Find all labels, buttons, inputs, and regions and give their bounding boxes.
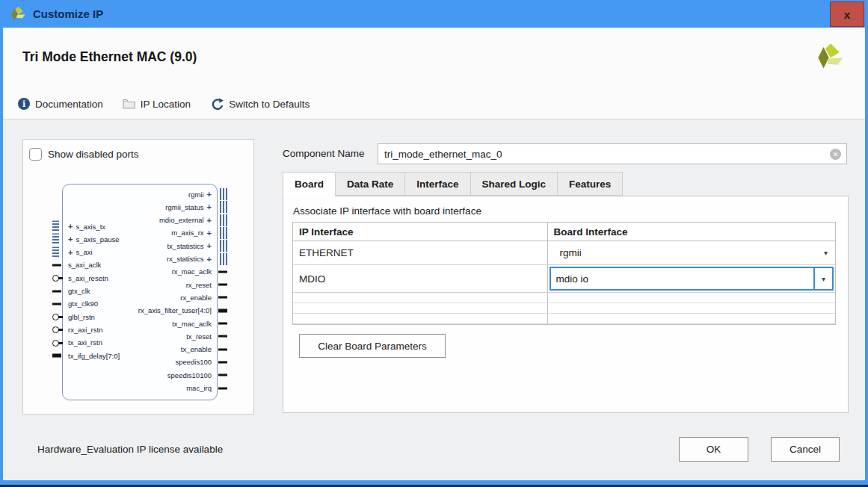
port-s_axis_tx[interactable]: +s_axis_tx	[63, 221, 105, 232]
combobox-arrow-button[interactable]: ▾	[813, 267, 834, 291]
port-label: gtx_clk	[68, 287, 90, 295]
expand-plus-icon[interactable]: +	[68, 223, 73, 230]
port-rx_axi_rstn: rx_axi_rstn	[63, 324, 102, 335]
port-rx_enable: rx_enable	[180, 292, 217, 303]
tab-features[interactable]: Features	[558, 172, 623, 196]
port-gtx_clk90: gtx_clk90	[63, 298, 98, 309]
bus-interface-pin-icon	[52, 234, 59, 245]
active-low-pin-icon	[52, 326, 63, 332]
expand-plus-icon[interactable]: +	[207, 217, 212, 224]
pin-icon	[52, 290, 61, 292]
port-s_axi_resetn: s_axi_resetn	[63, 273, 108, 284]
pin-icon	[218, 348, 227, 350]
port-rx_reset: rx_reset	[186, 279, 217, 291]
port-s_axi[interactable]: +s_axi	[63, 246, 93, 258]
pin-icon	[218, 335, 227, 338]
ip-location-label: IP Location	[141, 99, 191, 110]
customize-ip-dialog: Customize IP x Tri Mode Ethernet MAC (9.…	[0, 0, 868, 487]
port-tx_statistics[interactable]: tx_statistics+	[167, 241, 217, 252]
port-label: rgmii_status	[165, 203, 203, 211]
ip-block-diagram: +s_axis_tx+s_axis_pause+s_axis_axi_aclks…	[62, 184, 218, 400]
bus-interface-pin-icon	[220, 188, 227, 200]
window-title: Customize IP	[33, 7, 103, 20]
port-mac_irq: mac_irq	[186, 382, 217, 394]
empty-cell	[293, 303, 548, 313]
documentation-label: Documentation	[35, 99, 103, 110]
pin-icon	[218, 374, 227, 376]
empty-cell	[293, 314, 548, 323]
clear-board-parameters-button[interactable]: Clear Board Parameters	[299, 334, 446, 358]
combobox-value: mdio io	[550, 267, 813, 291]
active-low-pin-icon	[52, 340, 63, 346]
close-button[interactable]: x	[830, 1, 864, 27]
table-row: MDIOmdio io▾	[293, 265, 835, 293]
chevron-down-icon: ▾	[824, 249, 828, 257]
bus-pin-icon	[52, 354, 61, 358]
clear-input-icon[interactable]: ✕	[830, 149, 841, 160]
bus-interface-pin-icon	[220, 253, 227, 265]
port-label: tx_statistics	[167, 242, 203, 250]
port-label: speedis100	[175, 358, 212, 366]
port-label: mac_irq	[186, 384, 212, 392]
board-interface-combobox[interactable]: mdio io▾	[550, 267, 834, 291]
bus-interface-pin-icon	[52, 246, 59, 258]
port-label: tx_axi_rstn	[68, 338, 102, 347]
pin-icon	[218, 323, 227, 325]
show-disabled-ports-checkbox[interactable]	[29, 148, 42, 161]
bus-interface-pin-icon	[220, 201, 227, 213]
license-status-text: Hardware_Evaluation IP license available	[37, 444, 223, 455]
port-speedis10100: speedis10100	[167, 370, 217, 381]
tab-data-rate[interactable]: Data Rate	[336, 172, 405, 196]
bus-interface-pin-icon	[220, 240, 227, 252]
port-tx_reset: tx_reset	[186, 331, 217, 342]
port-s_axis_pause[interactable]: +s_axis_pause	[63, 234, 120, 245]
bus-interface-pin-icon	[52, 221, 59, 232]
port-rgmii_status[interactable]: rgmii_status+	[165, 202, 217, 213]
info-icon: i	[18, 98, 30, 110]
pin-icon	[218, 284, 227, 286]
expand-plus-icon[interactable]: +	[207, 203, 212, 211]
active-low-pin-icon	[52, 314, 63, 320]
port-mdio_external[interactable]: mdio_external+	[159, 214, 217, 226]
ip-location-button[interactable]: IP Location	[123, 99, 191, 110]
switch-to-defaults-button[interactable]: Switch to Defaults	[210, 98, 310, 110]
port-label: tx_mac_aclk	[172, 320, 212, 328]
title-bar: Customize IP x	[0, 0, 868, 28]
tab-shared-logic[interactable]: Shared Logic	[471, 172, 558, 196]
folder-icon	[123, 99, 135, 109]
empty-cell	[548, 303, 835, 313]
port-tx_mac_aclk: tx_mac_aclk	[172, 318, 217, 329]
expand-plus-icon[interactable]: +	[207, 190, 212, 198]
tab-interface[interactable]: Interface	[405, 172, 470, 196]
pin-icon	[52, 264, 61, 266]
expand-plus-icon[interactable]: +	[207, 229, 212, 237]
expand-plus-icon[interactable]: +	[68, 249, 73, 256]
port-s_axi_aclk: s_axi_aclk	[63, 259, 101, 270]
show-disabled-ports-row: Show disabled ports	[29, 148, 139, 161]
component-name-input[interactable]	[378, 143, 847, 164]
board-interface-combo-cell: mdio io▾	[548, 265, 835, 292]
board-interface-dropdown[interactable]: rgmii▾	[548, 241, 835, 264]
expand-plus-icon[interactable]: +	[68, 235, 73, 243]
port-rx_statistics[interactable]: rx_statistics+	[167, 253, 217, 264]
pin-icon	[218, 361, 227, 363]
cancel-button[interactable]: Cancel	[771, 437, 840, 462]
tab-board[interactable]: Board	[283, 172, 336, 196]
port-m_axis_rx[interactable]: m_axis_rx+	[171, 227, 217, 238]
port-rx_mac_aclk: rx_mac_aclk	[172, 266, 217, 277]
port-label: rx_axis_filter_tuser[4:0]	[138, 306, 212, 314]
table-header-row: IP InterfaceBoard Interface	[293, 223, 835, 241]
pin-icon	[218, 387, 227, 389]
show-disabled-ports-label: Show disabled ports	[48, 149, 139, 160]
ok-button[interactable]: OK	[679, 437, 748, 462]
expand-plus-icon[interactable]: +	[207, 242, 212, 249]
port-rgmii[interactable]: rgmii+	[188, 189, 217, 200]
pin-icon	[52, 303, 61, 305]
port-label: tx_enable	[181, 345, 212, 353]
port-label: gtx_clk90	[68, 300, 98, 308]
xilinx-logo	[816, 43, 845, 71]
expand-plus-icon[interactable]: +	[207, 255, 212, 263]
port-label: rx_axi_rstn	[68, 326, 102, 334]
port-label: s_axi_aclk	[68, 261, 101, 269]
documentation-button[interactable]: i Documentation	[18, 98, 103, 110]
